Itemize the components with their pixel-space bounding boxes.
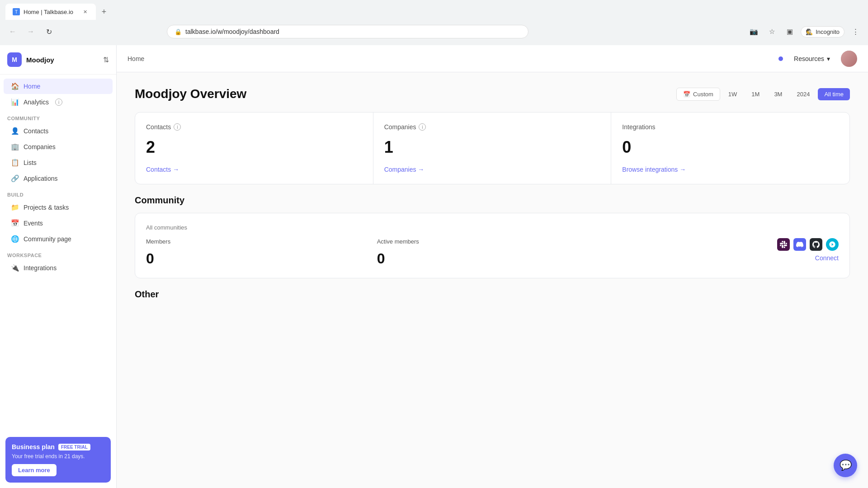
learn-more-button[interactable]: Learn more [12, 464, 57, 476]
free-trial-badge: FREE TRIAL [58, 444, 90, 450]
sidebar-item-integrations[interactable]: 🔌 Integrations [4, 260, 113, 276]
sidebar-events-label: Events [24, 220, 43, 227]
time-filter-3m[interactable]: 3M [768, 88, 788, 100]
github-icon [810, 238, 822, 251]
lists-icon: 📋 [11, 159, 19, 167]
connect-icons [777, 238, 839, 251]
user-avatar[interactable] [841, 51, 857, 67]
time-filter-custom[interactable]: 📅 Custom [676, 88, 720, 101]
active-tab[interactable]: T Home | Talkbase.io ✕ [5, 4, 96, 20]
community-section-title: Community [135, 195, 850, 206]
sidebar-nav: 🏠 Home 📊 Analytics i COMMUNITY 👤 Contact… [0, 75, 116, 432]
connect-stat: Connect [608, 238, 839, 267]
sidebar-projects-label: Projects & tasks [24, 204, 69, 211]
workspace-name: Moodjoy [26, 56, 99, 64]
resources-chevron-icon: ▾ [827, 55, 830, 62]
workspace-section-label: WORKSPACE [0, 247, 116, 260]
time-filter-all[interactable]: All time [818, 88, 850, 100]
community-stats: Members 0 Active members 0 [146, 238, 839, 267]
sidebar-item-applications[interactable]: 🔗 Applications [4, 171, 113, 186]
back-button[interactable]: ← [5, 24, 20, 39]
community-section-label: COMMUNITY [0, 110, 116, 123]
breadcrumb: Home [127, 55, 144, 62]
sidebar-companies-label: Companies [24, 143, 56, 150]
status-dot [778, 56, 783, 61]
refresh-button[interactable]: ↻ [42, 24, 56, 39]
sidebar-community-page-label: Community page [24, 235, 71, 243]
address-bar[interactable]: 🔒 talkbase.io/w/moodjoy/dashboard [167, 25, 528, 38]
sidebar-item-community-page[interactable]: 🌐 Community page [4, 231, 113, 247]
time-filter-1m[interactable]: 1M [745, 88, 766, 100]
analytics-info-icon: i [55, 99, 62, 106]
sidebar-icon[interactable]: ▣ [783, 24, 797, 39]
new-tab-button[interactable]: + [98, 5, 110, 18]
community-subtitle: All communities [146, 224, 839, 231]
chat-icon: 💬 [840, 460, 852, 471]
contacts-icon: 👤 [11, 127, 19, 135]
other-integration-icon [826, 238, 839, 251]
sidebar-bottom: Business plan FREE TRIAL Your free trial… [0, 432, 116, 488]
sidebar-item-analytics[interactable]: 📊 Analytics i [4, 94, 113, 110]
resources-label: Resources [794, 55, 824, 62]
applications-icon: 🔗 [11, 174, 19, 183]
sidebar-item-events[interactable]: 📅 Events [4, 216, 113, 231]
avatar-image [841, 51, 857, 67]
sidebar: M Moodjoy ⇅ 🏠 Home 📊 Analytics i COMMUNI… [0, 45, 117, 488]
content-area: Moodjoy Overview 📅 Custom 1W 1M 3M 2024 … [117, 72, 868, 488]
incognito-icon: 🕵 [806, 28, 813, 35]
forward-button[interactable]: → [24, 24, 38, 39]
top-bar: Home Resources ▾ [117, 45, 868, 72]
community-card: All communities Members 0 Active members… [135, 213, 850, 278]
menu-button[interactable]: ⋮ [848, 24, 863, 39]
community-page-icon: 🌐 [11, 235, 19, 243]
camera-off-icon[interactable]: 📷 [746, 24, 761, 39]
main-content: Home Resources ▾ Moodjoy Overview 📅 Cus [117, 45, 868, 488]
sidebar-lists-label: Lists [24, 159, 37, 166]
members-stat: Members 0 [146, 238, 377, 267]
other-section-title: Other [135, 289, 850, 300]
companies-link[interactable]: Companies → [384, 166, 600, 173]
tab-favicon: T [13, 8, 20, 15]
active-members-label: Active members [377, 238, 608, 245]
plan-header: Business plan FREE TRIAL [12, 443, 104, 450]
members-value: 0 [146, 250, 377, 267]
plan-title: Business plan [12, 443, 55, 450]
home-icon: 🏠 [11, 82, 19, 90]
sidebar-item-projects[interactable]: 📁 Projects & tasks [4, 200, 113, 215]
companies-icon: 🏢 [11, 143, 19, 151]
companies-stat-label: Companies i [384, 123, 600, 131]
time-filters: 📅 Custom 1W 1M 3M 2024 All time [676, 88, 850, 101]
active-members-stat: Active members 0 [377, 238, 608, 267]
star-icon[interactable]: ☆ [764, 24, 779, 39]
incognito-badge: 🕵 Incognito [801, 26, 844, 38]
contacts-link[interactable]: Contacts → [146, 166, 362, 173]
contacts-stat-label: Contacts i [146, 123, 362, 131]
tab-title: Home | Talkbase.io [24, 9, 73, 15]
sidebar-item-lists[interactable]: 📋 Lists [4, 155, 113, 170]
chat-widget[interactable]: 💬 [834, 454, 857, 477]
discord-icon [793, 238, 806, 251]
sidebar-item-companies[interactable]: 🏢 Companies [4, 139, 113, 155]
time-filter-2024[interactable]: 2024 [790, 88, 816, 100]
time-filter-1w[interactable]: 1W [722, 88, 744, 100]
browse-integrations-link[interactable]: Browse integrations → [622, 166, 839, 173]
companies-stat-value: 1 [384, 138, 600, 157]
tab-close-btn[interactable]: ✕ [81, 8, 89, 15]
active-members-value: 0 [377, 250, 608, 267]
sidebar-item-home[interactable]: 🏠 Home [4, 79, 113, 94]
integrations-stat-label: Integrations [622, 123, 839, 131]
resources-button[interactable]: Resources ▾ [788, 52, 835, 65]
stat-card-contacts: Contacts i 2 Contacts → [135, 113, 373, 184]
stats-grid: Contacts i 2 Contacts → Companies i 1 Co… [135, 112, 850, 184]
page-header: Moodjoy Overview 📅 Custom 1W 1M 3M 2024 … [135, 87, 850, 101]
plan-description: Your free trial ends in 21 days. [12, 453, 104, 460]
contacts-stat-value: 2 [146, 138, 362, 157]
sidebar-applications-label: Applications [24, 175, 58, 182]
companies-info-icon: i [419, 123, 426, 131]
workspace-chevron-icon[interactable]: ⇅ [103, 56, 109, 64]
sidebar-item-contacts[interactable]: 👤 Contacts [4, 123, 113, 139]
sidebar-analytics-label: Analytics [24, 99, 49, 106]
integrations-stat-value: 0 [622, 138, 839, 157]
lock-icon: 🔒 [175, 28, 182, 35]
connect-button[interactable]: Connect [815, 254, 839, 262]
